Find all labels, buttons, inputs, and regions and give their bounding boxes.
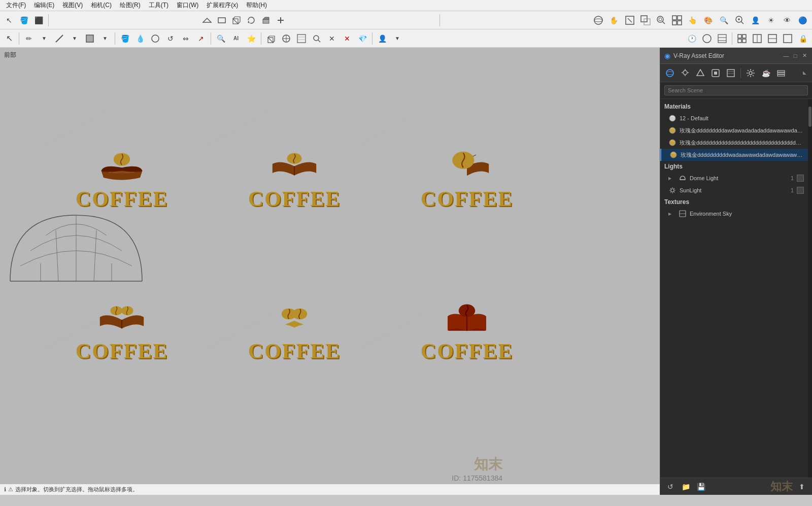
- tb2-shape-drop[interactable]: ▼: [98, 31, 112, 46]
- tb-zoom-prev[interactable]: [654, 13, 668, 27]
- vray-lights-icon[interactable]: [679, 66, 692, 80]
- tb2r-grid2[interactable]: [750, 31, 764, 46]
- tb2-person-drop[interactable]: ▼: [390, 31, 404, 46]
- menu-file[interactable]: 文件(F): [2, 0, 30, 11]
- tb2r-layout[interactable]: [765, 31, 780, 46]
- tb2r-tools2[interactable]: [715, 31, 729, 46]
- viewport[interactable]: 前部 知末网www.znzmo.com 知末网www.znzmo.com 知末网…: [0, 48, 660, 495]
- tb2-shape[interactable]: [83, 31, 97, 46]
- tb2-orbit2[interactable]: [148, 31, 162, 46]
- tb2-eyedrop[interactable]: 💧: [133, 31, 147, 46]
- menu-tools[interactable]: 工具(T): [145, 0, 173, 11]
- tb-cross[interactable]: [274, 13, 288, 27]
- vray-cup-icon[interactable]: ☕: [759, 66, 772, 80]
- material-item-2[interactable]: 玫瑰金dddddddddddddddddddddddddddddddddd...: [660, 137, 808, 149]
- tb2-ai[interactable]: AI: [229, 31, 243, 46]
- tb2-cross2[interactable]: ✕: [325, 31, 339, 46]
- vray-save-btn[interactable]: 💾: [695, 481, 707, 493]
- vray-layers-icon[interactable]: [774, 66, 788, 80]
- tb2-flip[interactable]: ⇔: [179, 31, 193, 46]
- menu-camera[interactable]: 相机(C): [87, 0, 116, 11]
- status-icon-info: ℹ: [4, 486, 6, 493]
- tb-sun[interactable]: ☀: [764, 13, 779, 27]
- tb2-search3[interactable]: 🔍: [214, 31, 228, 46]
- tb-search2[interactable]: 🔍: [717, 13, 731, 27]
- dome-expand-icon[interactable]: ▶: [668, 176, 674, 181]
- tb2-texture[interactable]: [294, 31, 309, 46]
- tb2-redcross[interactable]: ✕: [340, 31, 354, 46]
- bottom-right-info: 知末 ID: 1175581384: [452, 455, 502, 482]
- tb2-gem[interactable]: 💎: [355, 31, 369, 46]
- tb-orbit[interactable]: [591, 13, 605, 27]
- tb-paint2[interactable]: 🎨: [701, 13, 716, 27]
- tb-rotate[interactable]: [244, 13, 258, 27]
- tb2-paint3[interactable]: 🪣: [118, 31, 132, 46]
- vray-render-icon[interactable]: [709, 66, 722, 80]
- tb2-3d-box[interactable]: [264, 31, 278, 46]
- vray-restore-btn[interactable]: □: [792, 52, 799, 59]
- tb-style[interactable]: 🔵: [796, 13, 810, 27]
- light-sun[interactable]: SunLight 1: [660, 184, 808, 196]
- vray-folder-btn[interactable]: 📁: [680, 481, 692, 493]
- tb2r-clock[interactable]: 🕐: [685, 31, 699, 46]
- tb2-pencil[interactable]: ✏: [22, 31, 36, 46]
- tb2-person2[interactable]: 👤: [375, 31, 389, 46]
- tb2-component[interactable]: [279, 31, 293, 46]
- tb2-line-drop[interactable]: ▼: [67, 31, 82, 46]
- vray-close-btn[interactable]: ✕: [801, 52, 808, 59]
- svg-line-95: [670, 188, 671, 189]
- light-dome[interactable]: ▶ Dome Light 1: [660, 172, 808, 184]
- tb-box[interactable]: [229, 13, 244, 27]
- tb2-pencil-drop[interactable]: ▼: [37, 31, 51, 46]
- svg-rect-78: [727, 70, 734, 77]
- material-item-3[interactable]: 玫瑰金ddddddddddwadaawawdadawdawawawdadadad…: [660, 149, 808, 161]
- tb2r-circle[interactable]: [700, 31, 714, 46]
- coffee-logo-1: COFFEE: [41, 109, 203, 251]
- menu-edit[interactable]: 编辑(E): [30, 0, 58, 11]
- tb-paint[interactable]: 🪣: [17, 13, 31, 27]
- tb-cursor[interactable]: 👆: [686, 13, 700, 27]
- tb-pan[interactable]: ✋: [607, 13, 621, 27]
- menu-extensions[interactable]: 扩展程序(x): [202, 0, 242, 11]
- tb-push[interactable]: [259, 13, 273, 27]
- tb2r-grid1[interactable]: [735, 31, 749, 46]
- tb2-star[interactable]: ⭐: [244, 31, 258, 46]
- tb2-line2[interactable]: [52, 31, 66, 46]
- vray-corner-handle[interactable]: ◣: [803, 70, 809, 76]
- vray-search-input[interactable]: [664, 85, 808, 95]
- menu-view[interactable]: 视图(V): [58, 0, 87, 11]
- tb2r-lock[interactable]: 🔒: [796, 31, 810, 46]
- tb-eye[interactable]: 👁: [780, 13, 794, 27]
- vray-materials-icon[interactable]: [663, 66, 676, 80]
- tb2r-maximize[interactable]: [781, 31, 795, 46]
- menu-draw[interactable]: 绘图(R): [116, 0, 145, 11]
- vray-scrollbar[interactable]: [808, 99, 812, 478]
- menu-window[interactable]: 窗口(W): [173, 0, 202, 11]
- tb-erase[interactable]: ⬛: [31, 13, 46, 27]
- tb-people[interactable]: 👤: [749, 13, 763, 27]
- vray-refresh-btn[interactable]: ↺: [664, 481, 676, 493]
- tb-line[interactable]: [200, 13, 214, 27]
- tb-zoom-all[interactable]: [670, 13, 684, 27]
- menu-help[interactable]: 帮助(H): [242, 0, 271, 11]
- tb-rect[interactable]: [215, 13, 229, 27]
- tb-zoom-ext[interactable]: [623, 13, 637, 27]
- tb2-refresh[interactable]: ↺: [163, 31, 178, 46]
- tb2-red-arrow[interactable]: ↗: [194, 31, 208, 46]
- env-expand-icon[interactable]: ▶: [668, 212, 674, 216]
- material-item-1[interactable]: 玫瑰金dddddddddawdawadadadaddawawawdadadada…: [660, 124, 808, 137]
- vray-minimize-btn[interactable]: —: [783, 52, 790, 59]
- tb-select[interactable]: ↖: [2, 13, 16, 27]
- vray-settings-icon[interactable]: [744, 66, 757, 80]
- texture-env-sky[interactable]: ▶ Environment Sky: [660, 208, 808, 220]
- material-item-default[interactable]: 12 - Default: [660, 112, 808, 124]
- vray-texture-icon[interactable]: [724, 66, 737, 80]
- tb-zoom-in[interactable]: [733, 13, 747, 27]
- tb-zoom-sel[interactable]: [638, 13, 653, 27]
- svg-rect-21: [678, 21, 682, 25]
- vray-geometry-icon[interactable]: [694, 66, 707, 80]
- vray-export-btn[interactable]: ⬆: [796, 481, 808, 493]
- tb2-select-arrow[interactable]: ↖: [2, 31, 16, 46]
- tb2-zoom2[interactable]: [310, 31, 324, 46]
- coffee-text-5: COFFEE: [248, 339, 341, 363]
